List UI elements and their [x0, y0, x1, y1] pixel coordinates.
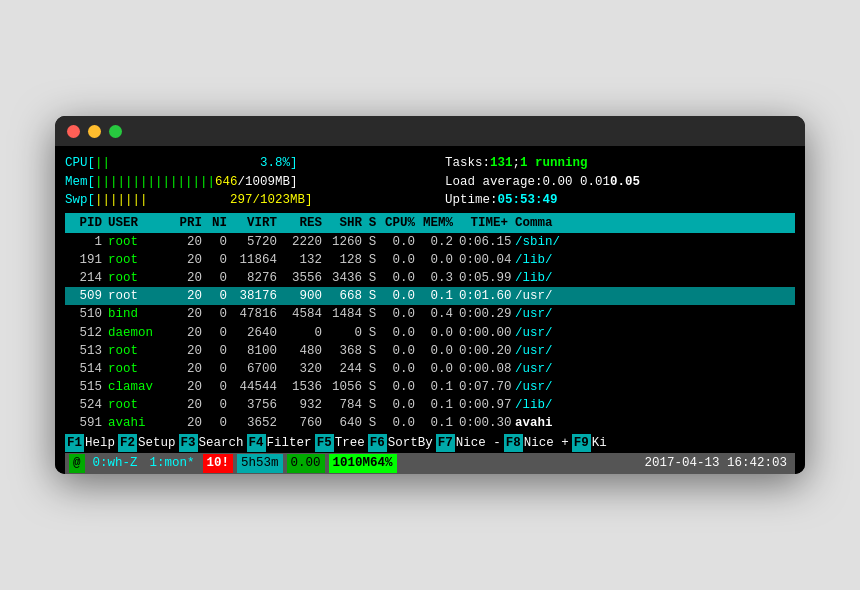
cell-user: root	[105, 251, 175, 269]
mem-value: 646	[215, 173, 238, 191]
header-mem: MEM%	[418, 214, 456, 232]
cell-time: 0:01.60	[456, 287, 511, 305]
cell-time: 0:00.04	[456, 251, 511, 269]
header-virt: VIRT	[230, 214, 280, 232]
cell-time: 0:00.97	[456, 396, 511, 414]
header-user: USER	[105, 214, 175, 232]
cell-pid: 1	[65, 233, 105, 251]
cell-s: S	[365, 251, 380, 269]
cell-time: 0:05.99	[456, 269, 511, 287]
table-row[interactable]: 1 root 20 0 5720 2220 1260 S 0.0 0.2 0:0…	[65, 233, 795, 251]
key-f1[interactable]: F1Help	[65, 434, 118, 452]
uptime-stat: Uptime: 05:53:49	[445, 191, 795, 209]
cell-cmd: /sbin/	[511, 233, 795, 251]
cell-s: S	[365, 287, 380, 305]
load-badge: 0.00	[287, 454, 325, 472]
cell-pid: 524	[65, 396, 105, 414]
table-row[interactable]: 514 root 20 0 6700 320 244 S 0.0 0.0 0:0…	[65, 360, 795, 378]
cell-res: 320	[280, 360, 325, 378]
cell-mem: 0.1	[418, 378, 456, 396]
uptime-value: 05:53:49	[498, 191, 558, 209]
swp-value: 297/1023MB]	[230, 191, 313, 209]
cell-virt: 8276	[230, 269, 280, 287]
at-symbol: @	[69, 454, 85, 472]
cell-s: S	[365, 233, 380, 251]
cell-pid: 513	[65, 342, 105, 360]
header-s: S	[365, 214, 380, 232]
maximize-button[interactable]	[109, 125, 122, 138]
cell-cpu: 0.0	[380, 378, 418, 396]
cell-mem: 0.0	[418, 251, 456, 269]
key-f6[interactable]: F6SortBy	[368, 434, 436, 452]
table-row[interactable]: 515 clamav 20 0 44544 1536 1056 S 0.0 0.…	[65, 378, 795, 396]
minimize-button[interactable]	[88, 125, 101, 138]
cell-shr: 640	[325, 414, 365, 432]
mem-stat: Mem[||||||||||||||||646/1009MB]	[65, 173, 415, 191]
header-pid: PID	[65, 214, 105, 232]
cell-mem: 0.1	[418, 287, 456, 305]
table-row[interactable]: 513 root 20 0 8100 480 368 S 0.0 0.0 0:0…	[65, 342, 795, 360]
cell-mem: 0.2	[418, 233, 456, 251]
cell-cmd: avahi	[511, 414, 795, 432]
table-row[interactable]: 512 daemon 20 0 2640 0 0 S 0.0 0.0 0:00.…	[65, 324, 795, 342]
stats-left: CPU[|| 3.8%] Mem[||||||||||||||||646/100…	[65, 154, 415, 208]
key-f2[interactable]: F2Setup	[118, 434, 179, 452]
table-row[interactable]: 510 bind 20 0 47816 4584 1484 S 0.0 0.4 …	[65, 305, 795, 323]
table-row[interactable]: 214 root 20 0 8276 3556 3436 S 0.0 0.3 0…	[65, 269, 795, 287]
cell-ni: 0	[205, 396, 230, 414]
header-ni: NI	[205, 214, 230, 232]
header-cmd: Comma	[511, 214, 795, 232]
close-button[interactable]	[67, 125, 80, 138]
cell-pid: 191	[65, 251, 105, 269]
cpu-percent: 3.8%]	[260, 154, 298, 172]
mem-sep: /1009MB]	[238, 173, 298, 191]
cell-cmd: /lib/	[511, 396, 795, 414]
cell-mem: 0.0	[418, 342, 456, 360]
header-pri: PRI	[175, 214, 205, 232]
cell-shr: 784	[325, 396, 365, 414]
process-table: PID USER PRI NI VIRT RES SHR S CPU% MEM%…	[65, 213, 795, 433]
cell-pri: 20	[175, 269, 205, 287]
cell-cmd: /usr/	[511, 342, 795, 360]
titlebar	[55, 116, 805, 146]
table-row[interactable]: 509 root 20 0 38176 900 668 S 0.0 0.1 0:…	[65, 287, 795, 305]
cell-ni: 0	[205, 342, 230, 360]
cell-ni: 0	[205, 305, 230, 323]
cell-cmd: /usr/	[511, 378, 795, 396]
cell-pri: 20	[175, 287, 205, 305]
cell-shr: 668	[325, 287, 365, 305]
swp-label: Swp[	[65, 191, 95, 209]
table-row[interactable]: 591 avahi 20 0 3652 760 640 S 0.0 0.1 0:…	[65, 414, 795, 432]
cell-user: root	[105, 342, 175, 360]
swp-stat: Swp[||||||| 297/1023MB]	[65, 191, 415, 209]
cell-shr: 3436	[325, 269, 365, 287]
stats-right: Tasks: 131; 1 running Load average: 0.00…	[445, 154, 795, 208]
key-f5[interactable]: F5Tree	[315, 434, 368, 452]
cell-virt: 5720	[230, 233, 280, 251]
cell-res: 2220	[280, 233, 325, 251]
key-f3[interactable]: F3Search	[179, 434, 247, 452]
cpu-bar: ||	[95, 154, 110, 172]
cell-ni: 0	[205, 269, 230, 287]
cell-cmd: /usr/	[511, 360, 795, 378]
cell-time: 0:06.15	[456, 233, 511, 251]
mem-label: Mem[	[65, 173, 95, 191]
cell-virt: 6700	[230, 360, 280, 378]
table-row[interactable]: 524 root 20 0 3756 932 784 S 0.0 0.1 0:0…	[65, 396, 795, 414]
cell-cmd: /usr/	[511, 305, 795, 323]
key-f7[interactable]: F7Nice -	[436, 434, 504, 452]
table-row[interactable]: 191 root 20 0 11864 132 128 S 0.0 0.0 0:…	[65, 251, 795, 269]
cpu-spacer	[110, 154, 260, 172]
cell-ni: 0	[205, 251, 230, 269]
key-f4[interactable]: F4Filter	[247, 434, 315, 452]
key-f8[interactable]: F8Nice +	[504, 434, 572, 452]
cell-cmd: /lib/	[511, 269, 795, 287]
key-f9[interactable]: F9Ki	[572, 434, 610, 452]
uptime-label: Uptime:	[445, 191, 498, 209]
cell-time: 0:00.08	[456, 360, 511, 378]
cell-shr: 1056	[325, 378, 365, 396]
cell-res: 132	[280, 251, 325, 269]
cell-virt: 11864	[230, 251, 280, 269]
tasks-count: 131	[490, 154, 513, 172]
tasks-stat: Tasks: 131; 1 running	[445, 154, 795, 172]
